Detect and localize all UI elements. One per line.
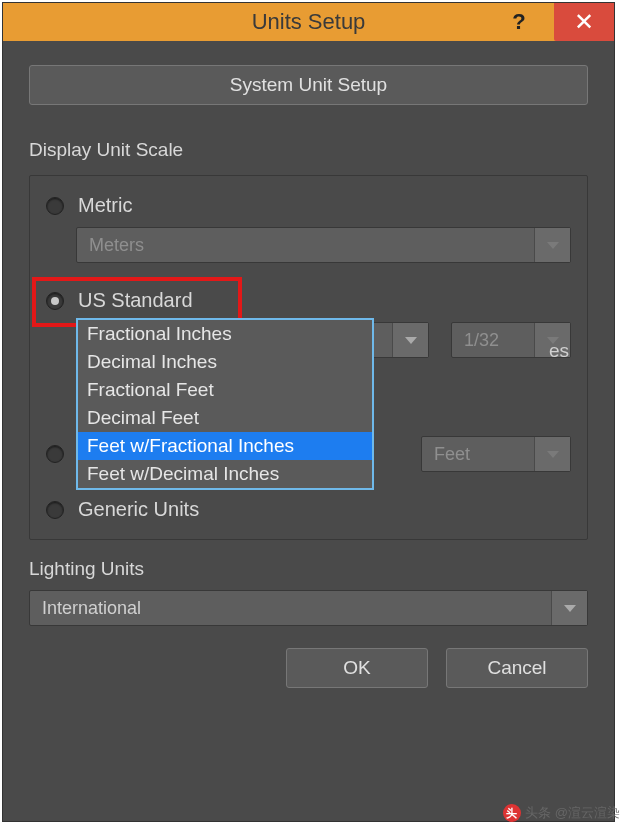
generic-units-radio[interactable] (46, 501, 64, 519)
chevron-down-icon (534, 228, 570, 262)
generic-units-label: Generic Units (78, 498, 199, 521)
watermark: 头 头条 @渲云渲染 (503, 804, 620, 822)
us-unit-dropdown-list: Fractional Inches Decimal Inches Fractio… (76, 318, 374, 490)
generic-units-row: Generic Units (46, 498, 571, 521)
watermark-user: @渲云渲染 (555, 804, 620, 822)
default-units-select[interactable]: Feet (421, 436, 571, 472)
titlebar: Units Setup ? ✕ (3, 3, 614, 41)
dialog-window: Units Setup ? ✕ System Unit Setup Displa… (2, 2, 615, 822)
metric-radio[interactable] (46, 197, 64, 215)
lighting-units-section: Lighting Units International (29, 558, 588, 626)
help-button[interactable]: ? (494, 3, 544, 41)
us-standard-radio-label: US Standard (78, 289, 193, 312)
us-standard-radio[interactable] (46, 292, 64, 310)
default-units-value: Feet (434, 444, 470, 465)
custom-radio[interactable] (46, 445, 64, 463)
dropdown-option[interactable]: Decimal Feet (78, 404, 372, 432)
watermark-prefix: 头条 (525, 804, 551, 822)
dropdown-option[interactable]: Decimal Inches (78, 348, 372, 376)
dropdown-option[interactable]: Feet w/Decimal Inches (78, 460, 372, 488)
display-unit-scale-section: Display Unit Scale Metric Meters US St (29, 139, 588, 540)
window-title: Units Setup (252, 9, 366, 35)
lighting-units-value: International (42, 598, 141, 619)
us-fraction-value: 1/32 (464, 330, 499, 351)
lighting-units-label: Lighting Units (29, 558, 588, 580)
dialog-footer: OK Cancel (29, 648, 588, 688)
lighting-units-select[interactable]: International (29, 590, 588, 626)
metric-select-value: Meters (89, 235, 144, 256)
cancel-button[interactable]: Cancel (446, 648, 588, 688)
metric-radio-label: Metric (78, 194, 132, 217)
display-unit-scale-label: Display Unit Scale (29, 139, 588, 161)
default-units-label-partial: es (549, 340, 569, 362)
chevron-down-icon (392, 323, 428, 357)
dropdown-option-selected[interactable]: Feet w/Fractional Inches (78, 432, 372, 460)
close-icon: ✕ (574, 8, 594, 36)
close-button[interactable]: ✕ (554, 3, 614, 41)
ok-button[interactable]: OK (286, 648, 428, 688)
watermark-logo-icon: 头 (503, 804, 521, 822)
metric-select[interactable]: Meters (76, 227, 571, 263)
us-standard-block: US Standard (46, 289, 571, 312)
dropdown-option[interactable]: Fractional Inches (78, 320, 372, 348)
system-unit-setup-button[interactable]: System Unit Setup (29, 65, 588, 105)
chevron-down-icon (551, 591, 587, 625)
dropdown-option[interactable]: Fractional Feet (78, 376, 372, 404)
us-standard-radio-row: US Standard (46, 289, 571, 312)
chevron-down-icon (534, 437, 570, 471)
metric-radio-row: Metric (46, 194, 571, 217)
display-unit-group: Metric Meters US Standard Feet w/ (29, 175, 588, 540)
dialog-content: System Unit Setup Display Unit Scale Met… (3, 41, 614, 708)
